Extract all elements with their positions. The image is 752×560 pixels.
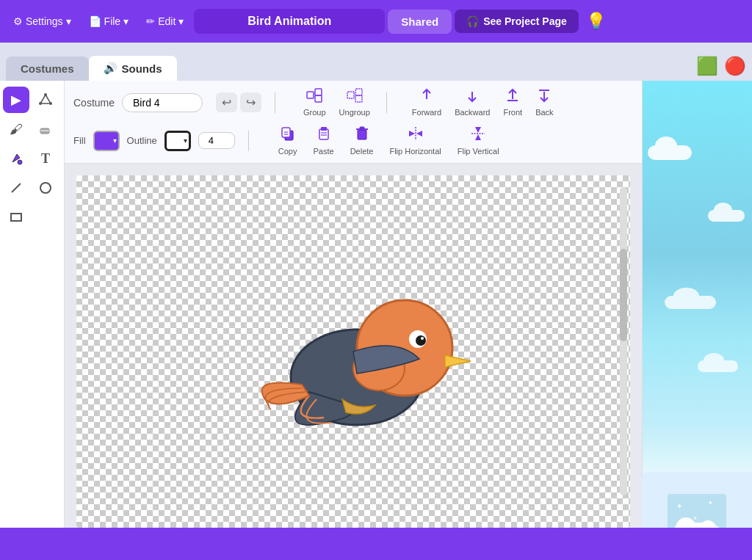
tab-costumes[interactable]: Costumes <box>6 57 89 81</box>
fill-tool-button[interactable] <box>3 145 29 172</box>
group-icon <box>306 88 322 106</box>
svg-rect-26 <box>319 129 328 139</box>
flip-horizontal-button[interactable]: Flip Horizontal <box>382 124 448 157</box>
svg-line-7 <box>12 183 21 192</box>
action-group: Copy Paste Delete <box>271 124 507 157</box>
group-button[interactable]: Group <box>297 87 332 118</box>
costume-name-input[interactable] <box>122 93 203 112</box>
bird-svg <box>228 230 478 451</box>
backward-button[interactable]: Backward <box>449 87 496 118</box>
file-chevron-icon: ▾ <box>123 15 129 27</box>
svg-marker-37 <box>475 127 481 133</box>
outline-label: Outline <box>127 135 157 146</box>
rect-tool-button[interactable] <box>3 204 29 230</box>
settings-chevron-icon: ▾ <box>66 15 71 27</box>
editor-area: ▶ 🖌 T <box>0 81 752 560</box>
svg-text:✦: ✦ <box>676 502 682 510</box>
forward-button[interactable]: Forward <box>406 87 447 118</box>
left-toolbar: ▶ 🖌 T <box>0 81 65 560</box>
outline-color-swatch[interactable]: ▾ <box>164 131 191 151</box>
delete-button[interactable]: Delete <box>343 124 381 157</box>
canvas-vertical-scrollbar[interactable] <box>620 187 627 495</box>
svg-rect-14 <box>355 89 362 95</box>
cloud-4 <box>698 360 738 372</box>
tool-row-select: ▶ <box>3 87 61 113</box>
svg-rect-10 <box>307 92 314 98</box>
outline-size-input[interactable] <box>198 132 235 149</box>
copy-icon <box>280 126 296 145</box>
svg-point-43 <box>421 337 424 340</box>
bird-sprite <box>228 230 478 451</box>
svg-text:❄: ❄ <box>693 516 697 520</box>
svg-point-42 <box>416 335 426 346</box>
forward-icon <box>419 88 435 106</box>
svg-point-3 <box>39 102 42 105</box>
center-panel: Costume ↩ ↪ Group <box>65 81 642 560</box>
stop-button[interactable]: 🔴 <box>724 56 746 76</box>
edit-pencil-icon: ✏ <box>146 15 155 27</box>
settings-button[interactable]: ⚙ Settings ▾ <box>6 11 79 32</box>
bottom-bar <box>0 528 752 560</box>
svg-rect-12 <box>315 95 322 102</box>
svg-rect-11 <box>315 89 322 95</box>
back-icon <box>536 88 552 106</box>
svg-rect-32 <box>360 127 364 129</box>
backward-icon <box>464 88 480 106</box>
svg-rect-9 <box>11 214 21 221</box>
costume-toolbar: Costume ↩ ↪ Group <box>65 81 642 164</box>
flip-v-icon <box>470 126 486 145</box>
settings-icon: ⚙ <box>13 15 23 27</box>
file-button[interactable]: 📄 File ▾ <box>82 11 137 32</box>
back-button[interactable]: Back <box>529 87 559 118</box>
divider-2 <box>386 92 387 113</box>
right-panel: Sprite Bird Show ✦ <box>642 81 752 560</box>
svg-marker-38 <box>475 134 481 140</box>
paste-icon <box>316 126 332 145</box>
oval-tool-button[interactable] <box>32 175 59 201</box>
undo-button[interactable]: ↩ <box>216 92 237 112</box>
green-flag-button[interactable]: 🟩 <box>696 56 718 76</box>
stage-preview <box>643 81 752 511</box>
svg-text:✦: ✦ <box>708 500 713 506</box>
tool-row-line <box>3 175 61 201</box>
fill-chevron-icon: ▾ <box>113 137 117 145</box>
brush-tool-button[interactable]: 🖌 <box>3 116 29 142</box>
fill-label: Fill <box>73 135 86 146</box>
tool-row-rect <box>3 204 61 230</box>
front-button[interactable]: Front <box>497 87 528 118</box>
ungroup-button[interactable]: Ungroup <box>333 87 376 118</box>
front-icon <box>505 88 521 106</box>
project-page-button[interactable]: 🎧 See Project Page <box>455 10 579 33</box>
tab-sounds[interactable]: 🔊 Sounds <box>89 56 177 81</box>
costume-row-1: Costume ↩ ↪ Group <box>73 87 633 118</box>
svg-point-2 <box>49 102 52 105</box>
fill-color-swatch[interactable]: ▾ <box>93 131 120 151</box>
copy-button[interactable]: Copy <box>271 124 305 157</box>
flip-vertical-button[interactable]: Flip Vertical <box>450 124 507 157</box>
text-tool-button[interactable]: T <box>32 145 59 172</box>
svg-rect-13 <box>347 92 354 98</box>
edit-button[interactable]: ✏ Edit ▾ <box>139 11 191 32</box>
redo-button[interactable]: ↪ <box>240 92 261 112</box>
canvas-area[interactable] <box>65 164 642 560</box>
paste-button[interactable]: Paste <box>306 124 341 157</box>
reshape-tool-button[interactable] <box>32 87 59 113</box>
costume-row-2: Fill ▾ Outline ▾ Copy <box>73 124 633 157</box>
arrange-order-group: Forward Backward Front <box>406 87 560 118</box>
line-tool-button[interactable] <box>3 175 29 201</box>
svg-rect-15 <box>355 95 362 102</box>
svg-rect-30 <box>358 130 366 139</box>
arrange-group: Group Ungroup <box>297 87 376 118</box>
cloud-2 <box>708 210 745 222</box>
shared-button[interactable]: Shared <box>388 10 452 34</box>
ungroup-icon <box>347 88 363 106</box>
costume-label: Costume <box>73 97 115 109</box>
svg-point-6 <box>18 160 22 164</box>
cloud-3 <box>665 296 716 309</box>
eraser-tool-button[interactable] <box>32 116 59 142</box>
project-title-input[interactable] <box>194 9 385 34</box>
theme-toggle-button[interactable]: 💡 <box>586 12 606 31</box>
select-tool-button[interactable]: ▶ <box>3 87 29 113</box>
svg-marker-34 <box>409 131 415 137</box>
tool-row-brush: 🖌 <box>3 116 61 142</box>
